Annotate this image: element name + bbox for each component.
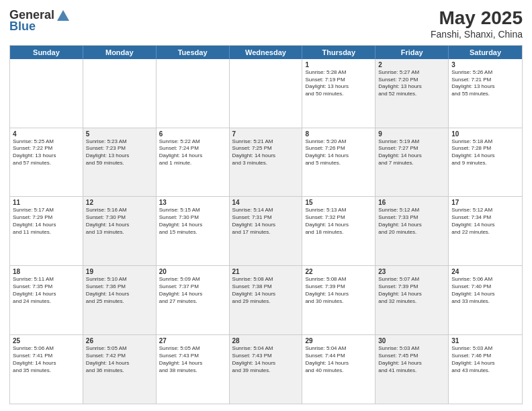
week-row-2: 11Sunrise: 5:17 AM Sunset: 7:29 PM Dayli… [10, 197, 522, 266]
day-info: Sunrise: 5:12 AM Sunset: 7:33 PM Dayligh… [378, 207, 445, 236]
day-number: 13 [159, 199, 226, 206]
logo: General Blue [9, 8, 71, 34]
day-number: 17 [451, 199, 519, 206]
day-cell-empty-0-3 [230, 59, 303, 128]
day-info: Sunrise: 5:15 AM Sunset: 7:30 PM Dayligh… [159, 207, 226, 236]
day-cell-16: 16Sunrise: 5:12 AM Sunset: 7:33 PM Dayli… [375, 197, 449, 265]
day-cell-19: 19Sunrise: 5:10 AM Sunset: 7:36 PM Dayli… [83, 266, 157, 334]
day-number: 30 [378, 337, 445, 345]
day-info: Sunrise: 5:13 AM Sunset: 7:32 PM Dayligh… [305, 207, 372, 236]
day-info: Sunrise: 5:03 AM Sunset: 7:46 PM Dayligh… [451, 345, 519, 374]
day-info: Sunrise: 5:22 AM Sunset: 7:24 PM Dayligh… [159, 138, 226, 167]
day-number: 3 [451, 61, 519, 68]
day-info: Sunrise: 5:09 AM Sunset: 7:37 PM Dayligh… [159, 276, 226, 305]
day-info: Sunrise: 5:04 AM Sunset: 7:44 PM Dayligh… [305, 345, 372, 374]
day-info: Sunrise: 5:04 AM Sunset: 7:43 PM Dayligh… [232, 345, 300, 374]
logo-icon [56, 9, 71, 22]
title-block: May 2025 Fanshi, Shanxi, China [431, 8, 523, 40]
day-cell-10: 10Sunrise: 5:18 AM Sunset: 7:28 PM Dayli… [449, 128, 522, 197]
day-info: Sunrise: 5:27 AM Sunset: 7:20 PM Dayligh… [378, 69, 445, 98]
day-info: Sunrise: 5:03 AM Sunset: 7:45 PM Dayligh… [378, 345, 445, 374]
day-cell-18: 18Sunrise: 5:11 AM Sunset: 7:35 PM Dayli… [10, 266, 83, 334]
day-info: Sunrise: 5:05 AM Sunset: 7:42 PM Dayligh… [86, 345, 153, 374]
day-cell-31: 31Sunrise: 5:03 AM Sunset: 7:46 PM Dayli… [449, 335, 522, 404]
day-info: Sunrise: 5:20 AM Sunset: 7:26 PM Dayligh… [305, 138, 372, 167]
day-cell-11: 11Sunrise: 5:17 AM Sunset: 7:29 PM Dayli… [10, 197, 83, 265]
day-cell-25: 25Sunrise: 5:06 AM Sunset: 7:41 PM Dayli… [10, 335, 83, 404]
day-info: Sunrise: 5:19 AM Sunset: 7:27 PM Dayligh… [378, 138, 445, 167]
day-info: Sunrise: 5:21 AM Sunset: 7:25 PM Dayligh… [232, 138, 300, 167]
day-cell-15: 15Sunrise: 5:13 AM Sunset: 7:32 PM Dayli… [302, 197, 375, 265]
calendar-body: 1Sunrise: 5:28 AM Sunset: 7:19 PM Daylig… [10, 59, 522, 404]
day-info: Sunrise: 5:25 AM Sunset: 7:22 PM Dayligh… [13, 138, 80, 167]
day-number: 21 [232, 268, 300, 275]
day-cell-17: 17Sunrise: 5:12 AM Sunset: 7:34 PM Dayli… [449, 197, 522, 265]
day-number: 14 [232, 199, 300, 206]
day-info: Sunrise: 5:18 AM Sunset: 7:28 PM Dayligh… [451, 138, 519, 167]
day-number: 5 [86, 130, 153, 138]
day-cell-9: 9Sunrise: 5:19 AM Sunset: 7:27 PM Daylig… [375, 128, 449, 197]
day-info: Sunrise: 5:08 AM Sunset: 7:38 PM Dayligh… [232, 276, 300, 305]
day-number: 15 [305, 199, 372, 206]
day-cell-22: 22Sunrise: 5:08 AM Sunset: 7:39 PM Dayli… [302, 266, 375, 334]
day-cell-4: 4Sunrise: 5:25 AM Sunset: 7:22 PM Daylig… [10, 128, 83, 197]
day-number: 4 [13, 130, 80, 138]
day-number: 12 [86, 199, 153, 206]
day-cell-27: 27Sunrise: 5:05 AM Sunset: 7:43 PM Dayli… [157, 335, 230, 404]
day-info: Sunrise: 5:05 AM Sunset: 7:43 PM Dayligh… [159, 345, 226, 374]
week-row-0: 1Sunrise: 5:28 AM Sunset: 7:19 PM Daylig… [10, 59, 522, 128]
day-number: 22 [305, 268, 372, 275]
day-cell-6: 6Sunrise: 5:22 AM Sunset: 7:24 PM Daylig… [157, 128, 230, 197]
week-row-4: 25Sunrise: 5:06 AM Sunset: 7:41 PM Dayli… [10, 335, 522, 404]
day-info: Sunrise: 5:12 AM Sunset: 7:34 PM Dayligh… [451, 207, 519, 236]
day-number: 24 [451, 268, 519, 275]
day-cell-empty-0-0 [10, 59, 83, 128]
day-cell-24: 24Sunrise: 5:06 AM Sunset: 7:40 PM Dayli… [449, 266, 522, 334]
day-info: Sunrise: 5:14 AM Sunset: 7:31 PM Dayligh… [232, 207, 300, 236]
day-number: 20 [159, 268, 226, 275]
day-header-tuesday: Tuesday [157, 46, 230, 59]
day-number: 10 [451, 130, 519, 138]
day-number: 9 [378, 130, 445, 138]
day-cell-5: 5Sunrise: 5:23 AM Sunset: 7:23 PM Daylig… [83, 128, 157, 197]
logo-blue: Blue [9, 19, 36, 34]
day-info: Sunrise: 5:28 AM Sunset: 7:19 PM Dayligh… [305, 69, 372, 98]
day-cell-23: 23Sunrise: 5:07 AM Sunset: 7:39 PM Dayli… [375, 266, 449, 334]
day-header-sunday: Sunday [10, 46, 83, 59]
day-number: 16 [378, 199, 445, 206]
day-headers: SundayMondayTuesdayWednesdayThursdayFrid… [10, 46, 522, 59]
day-number: 29 [305, 337, 372, 345]
day-number: 6 [159, 130, 226, 138]
day-number: 7 [232, 130, 300, 138]
day-cell-29: 29Sunrise: 5:04 AM Sunset: 7:44 PM Dayli… [302, 335, 375, 404]
day-number: 26 [86, 337, 153, 345]
day-cell-empty-0-1 [83, 59, 157, 128]
day-info: Sunrise: 5:26 AM Sunset: 7:21 PM Dayligh… [451, 69, 519, 98]
day-number: 27 [159, 337, 226, 345]
day-number: 2 [378, 61, 445, 68]
day-cell-20: 20Sunrise: 5:09 AM Sunset: 7:37 PM Dayli… [157, 266, 230, 334]
day-info: Sunrise: 5:16 AM Sunset: 7:30 PM Dayligh… [86, 207, 153, 236]
month-year: May 2025 [431, 8, 523, 29]
day-info: Sunrise: 5:17 AM Sunset: 7:29 PM Dayligh… [13, 207, 80, 236]
day-number: 23 [378, 268, 445, 275]
day-header-monday: Monday [83, 46, 157, 59]
day-number: 25 [13, 337, 80, 345]
week-row-1: 4Sunrise: 5:25 AM Sunset: 7:22 PM Daylig… [10, 128, 522, 197]
day-info: Sunrise: 5:10 AM Sunset: 7:36 PM Dayligh… [86, 276, 153, 305]
day-cell-21: 21Sunrise: 5:08 AM Sunset: 7:38 PM Dayli… [230, 266, 303, 334]
day-info: Sunrise: 5:07 AM Sunset: 7:39 PM Dayligh… [378, 276, 445, 305]
page-container: General Blue May 2025 Fanshi, Shanxi, Ch… [0, 0, 532, 411]
day-number: 18 [13, 268, 80, 275]
day-cell-2: 2Sunrise: 5:27 AM Sunset: 7:20 PM Daylig… [375, 59, 449, 128]
day-cell-26: 26Sunrise: 5:05 AM Sunset: 7:42 PM Dayli… [83, 335, 157, 404]
svg-marker-0 [57, 10, 69, 21]
day-cell-8: 8Sunrise: 5:20 AM Sunset: 7:26 PM Daylig… [302, 128, 375, 197]
header: General Blue May 2025 Fanshi, Shanxi, Ch… [9, 8, 523, 40]
week-row-3: 18Sunrise: 5:11 AM Sunset: 7:35 PM Dayli… [10, 266, 522, 335]
day-header-thursday: Thursday [302, 46, 375, 59]
day-cell-12: 12Sunrise: 5:16 AM Sunset: 7:30 PM Dayli… [83, 197, 157, 265]
day-info: Sunrise: 5:06 AM Sunset: 7:41 PM Dayligh… [13, 345, 80, 374]
day-number: 1 [305, 61, 372, 68]
day-cell-empty-0-2 [157, 59, 230, 128]
